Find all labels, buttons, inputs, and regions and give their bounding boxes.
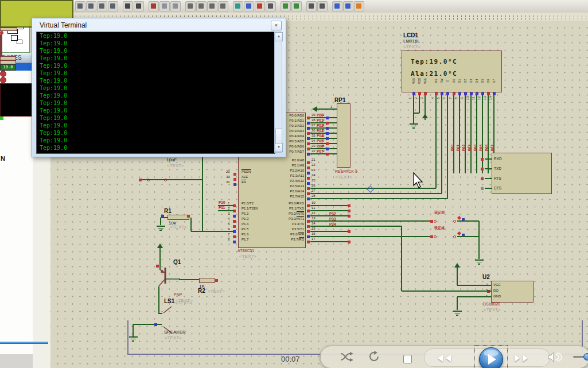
lcd-pin-number: 10 <box>466 94 469 102</box>
next-button[interactable] <box>515 354 528 364</box>
mcu-pin-label: P3.6/WR <box>256 233 304 236</box>
pin-state-square <box>307 137 310 140</box>
lcd-pin-name: D4 <box>475 75 478 87</box>
mcu-pin-number: 37 <box>311 123 316 127</box>
mcu-pin-label: P3.3/INT1 <box>256 217 304 220</box>
u2-display: 19.0 <box>0 64 16 71</box>
power-icon <box>157 243 163 248</box>
repeat-icon[interactable] <box>369 351 380 362</box>
mcu-pin-label: P1.5 <box>242 227 248 231</box>
lcd-pin-number: 3 <box>420 94 423 102</box>
power-icon <box>422 114 428 118</box>
push-button[interactable] <box>0 60 16 64</box>
q1-transistor-symbol[interactable] <box>150 259 180 295</box>
rp1-component[interactable] <box>337 103 351 168</box>
r1-component[interactable] <box>168 215 189 220</box>
close-icon[interactable]: × <box>271 21 282 30</box>
wire <box>179 279 199 280</box>
ground-icon <box>411 126 416 127</box>
mcu-pin-number: 36 <box>311 129 316 132</box>
pin-state-square <box>307 177 310 180</box>
mcu-pin-number: 29 <box>226 170 233 173</box>
mcu-pin-number: 22 <box>311 163 316 166</box>
wire <box>202 154 203 231</box>
mcu-pin-label: PSEN <box>242 170 251 173</box>
reset-cap-value: 10uF <box>166 157 177 162</box>
r2-component[interactable] <box>199 278 215 283</box>
scroll-down-icon[interactable]: ▼ <box>275 143 283 152</box>
rp1-text-placeholder: <TEXT> <box>335 175 352 180</box>
mcu-pin-number: 11 <box>311 206 315 210</box>
pin-state-square <box>424 92 427 95</box>
wire <box>310 193 442 194</box>
stop-button[interactable] <box>403 355 412 363</box>
net-label: P32 <box>329 212 336 216</box>
mcu-pin-label: P2.6/A14 <box>256 189 304 193</box>
terminal-line: Tep:19.0 <box>37 55 275 62</box>
pin-state-square <box>154 323 157 326</box>
wire <box>441 95 442 193</box>
pin-state-square <box>233 220 236 223</box>
set-button-label: 设定减 <box>434 226 445 231</box>
terminal-line: Tep:19.0 <box>37 107 275 114</box>
mcu-pin-number: 32 <box>311 149 316 153</box>
wire <box>310 231 349 232</box>
reset-button[interactable] <box>0 28 17 31</box>
previous-button[interactable] <box>438 354 451 364</box>
q1-type: PNP <box>174 293 182 297</box>
ground-icon <box>478 264 480 265</box>
wire <box>159 313 162 314</box>
mcu-pin-number: 17 <box>311 237 316 241</box>
wire <box>133 324 134 336</box>
terminal-scrollbar[interactable]: ▲ ▼ <box>274 32 282 153</box>
virtual-terminal-title: Virtual Terminal <box>40 21 87 29</box>
mcu-pin-number: 16 <box>311 232 316 235</box>
volume-slider-knob[interactable] <box>583 353 588 361</box>
pin-state-square <box>233 225 236 228</box>
mcu-pin-number: 10 <box>311 201 316 204</box>
u2-button-up[interactable] <box>0 71 6 77</box>
pin-state-square <box>307 142 310 145</box>
pin-state-square <box>233 241 236 243</box>
lcd-pin-name: VDD <box>418 75 421 87</box>
serial-pin-label: TXD <box>494 166 501 171</box>
pin-state-square <box>348 230 351 233</box>
pin-state-square <box>307 225 310 228</box>
play-button[interactable] <box>479 347 503 368</box>
mcu-pin-label: EA <box>242 180 246 184</box>
virtual-terminal-window[interactable]: Virtual Terminal × Tep:19.0Tep:19.0Tep:1… <box>32 18 286 157</box>
wire <box>158 287 159 314</box>
lcd-pin-name: D2 <box>464 75 467 87</box>
scroll-up-icon[interactable]: ▲ <box>275 32 283 41</box>
lcd-pin-name: RW <box>440 75 443 87</box>
net-label: P10 <box>219 200 225 204</box>
shuffle-icon[interactable] <box>340 352 355 362</box>
ground-icon <box>159 230 162 231</box>
terminal-line: Tep:19.0 <box>37 84 275 92</box>
pin-state-square <box>481 168 484 171</box>
push-button[interactable] <box>0 56 16 60</box>
mcu-pin-number: 7 <box>228 233 229 236</box>
ground-icon <box>412 127 415 129</box>
sheet-border <box>127 320 128 355</box>
pin-state-square <box>307 127 310 130</box>
terminal-line: Tep:19.0 <box>37 92 275 99</box>
video-player-bar[interactable] <box>320 346 588 368</box>
volume-icon[interactable] <box>548 352 564 362</box>
lcd-pin-name: VEE <box>423 75 427 87</box>
net-label: P03 <box>468 142 472 154</box>
pin-state-square <box>233 173 236 176</box>
scrollbar-thumb[interactable] <box>275 129 282 145</box>
wire <box>413 95 414 123</box>
wire <box>470 95 472 173</box>
ground-icon <box>410 123 418 125</box>
pin-state-square <box>348 204 351 207</box>
mcu-pin-number: 23 <box>311 168 316 172</box>
lcd-pin-name: D5 <box>481 75 484 87</box>
mcu-pin-number: 5 <box>228 222 229 226</box>
pin-state-square <box>233 235 236 238</box>
u2-button-down[interactable] <box>0 77 6 83</box>
speaker-component[interactable] <box>0 34 2 56</box>
rp1-pin-number: 2 <box>322 113 324 117</box>
mcu-pin-number: 2 <box>228 207 229 210</box>
